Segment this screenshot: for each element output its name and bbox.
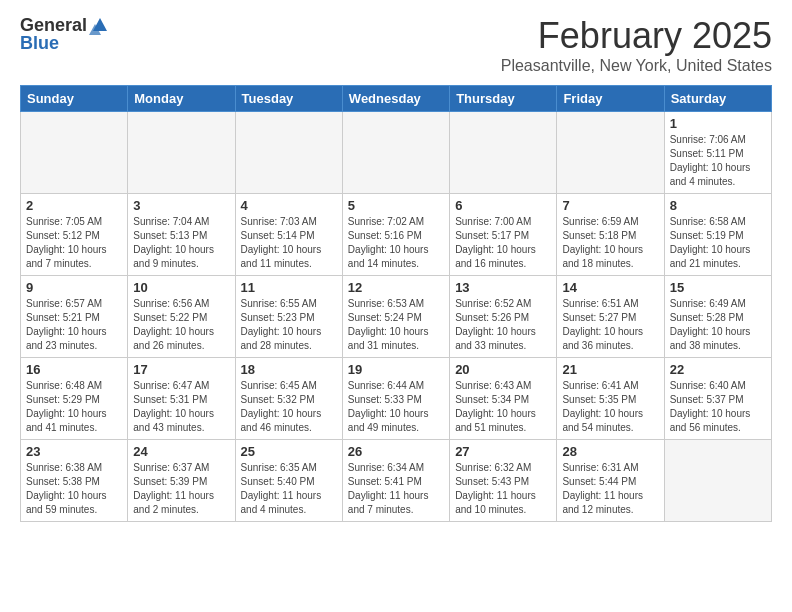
day-cell: 10Sunrise: 6:56 AM Sunset: 5:22 PM Dayli… [128, 276, 235, 358]
day-cell: 1Sunrise: 7:06 AM Sunset: 5:11 PM Daylig… [664, 112, 771, 194]
day-detail: Sunrise: 6:48 AM Sunset: 5:29 PM Dayligh… [26, 379, 122, 435]
day-number: 17 [133, 362, 229, 377]
day-number: 27 [455, 444, 551, 459]
day-cell [342, 112, 449, 194]
week-row-5: 23Sunrise: 6:38 AM Sunset: 5:38 PM Dayli… [21, 440, 772, 522]
day-cell: 13Sunrise: 6:52 AM Sunset: 5:26 PM Dayli… [450, 276, 557, 358]
month-title: February 2025 [501, 15, 772, 57]
day-cell: 15Sunrise: 6:49 AM Sunset: 5:28 PM Dayli… [664, 276, 771, 358]
day-cell: 19Sunrise: 6:44 AM Sunset: 5:33 PM Dayli… [342, 358, 449, 440]
day-detail: Sunrise: 6:58 AM Sunset: 5:19 PM Dayligh… [670, 215, 766, 271]
day-cell: 22Sunrise: 6:40 AM Sunset: 5:37 PM Dayli… [664, 358, 771, 440]
day-number: 11 [241, 280, 337, 295]
day-number: 14 [562, 280, 658, 295]
day-cell: 6Sunrise: 7:00 AM Sunset: 5:17 PM Daylig… [450, 194, 557, 276]
day-detail: Sunrise: 7:00 AM Sunset: 5:17 PM Dayligh… [455, 215, 551, 271]
day-detail: Sunrise: 7:05 AM Sunset: 5:12 PM Dayligh… [26, 215, 122, 271]
day-cell [21, 112, 128, 194]
day-detail: Sunrise: 7:06 AM Sunset: 5:11 PM Dayligh… [670, 133, 766, 189]
day-detail: Sunrise: 6:49 AM Sunset: 5:28 PM Dayligh… [670, 297, 766, 353]
day-detail: Sunrise: 6:59 AM Sunset: 5:18 PM Dayligh… [562, 215, 658, 271]
day-cell [235, 112, 342, 194]
logo-triangle-icon [89, 13, 111, 35]
day-cell: 11Sunrise: 6:55 AM Sunset: 5:23 PM Dayli… [235, 276, 342, 358]
day-number: 16 [26, 362, 122, 377]
calendar-header-tuesday: Tuesday [235, 86, 342, 112]
day-detail: Sunrise: 6:55 AM Sunset: 5:23 PM Dayligh… [241, 297, 337, 353]
day-number: 26 [348, 444, 444, 459]
day-detail: Sunrise: 6:53 AM Sunset: 5:24 PM Dayligh… [348, 297, 444, 353]
day-cell: 18Sunrise: 6:45 AM Sunset: 5:32 PM Dayli… [235, 358, 342, 440]
day-cell: 21Sunrise: 6:41 AM Sunset: 5:35 PM Dayli… [557, 358, 664, 440]
day-cell: 24Sunrise: 6:37 AM Sunset: 5:39 PM Dayli… [128, 440, 235, 522]
day-number: 20 [455, 362, 551, 377]
day-detail: Sunrise: 6:52 AM Sunset: 5:26 PM Dayligh… [455, 297, 551, 353]
day-cell [450, 112, 557, 194]
day-cell: 23Sunrise: 6:38 AM Sunset: 5:38 PM Dayli… [21, 440, 128, 522]
day-number: 23 [26, 444, 122, 459]
week-row-3: 9Sunrise: 6:57 AM Sunset: 5:21 PM Daylig… [21, 276, 772, 358]
calendar-header-wednesday: Wednesday [342, 86, 449, 112]
day-detail: Sunrise: 6:43 AM Sunset: 5:34 PM Dayligh… [455, 379, 551, 435]
week-row-1: 1Sunrise: 7:06 AM Sunset: 5:11 PM Daylig… [21, 112, 772, 194]
calendar-header-saturday: Saturday [664, 86, 771, 112]
page: General Blue February 2025 Pleasantville… [0, 0, 792, 612]
day-detail: Sunrise: 6:34 AM Sunset: 5:41 PM Dayligh… [348, 461, 444, 517]
day-number: 13 [455, 280, 551, 295]
calendar-header-monday: Monday [128, 86, 235, 112]
day-number: 9 [26, 280, 122, 295]
day-number: 4 [241, 198, 337, 213]
day-cell: 16Sunrise: 6:48 AM Sunset: 5:29 PM Dayli… [21, 358, 128, 440]
day-detail: Sunrise: 6:41 AM Sunset: 5:35 PM Dayligh… [562, 379, 658, 435]
day-cell [557, 112, 664, 194]
day-detail: Sunrise: 6:35 AM Sunset: 5:40 PM Dayligh… [241, 461, 337, 517]
day-cell: 2Sunrise: 7:05 AM Sunset: 5:12 PM Daylig… [21, 194, 128, 276]
day-number: 3 [133, 198, 229, 213]
day-cell: 26Sunrise: 6:34 AM Sunset: 5:41 PM Dayli… [342, 440, 449, 522]
day-detail: Sunrise: 6:31 AM Sunset: 5:44 PM Dayligh… [562, 461, 658, 517]
day-number: 18 [241, 362, 337, 377]
day-number: 1 [670, 116, 766, 131]
title-block: February 2025 Pleasantville, New York, U… [501, 15, 772, 75]
day-number: 5 [348, 198, 444, 213]
day-detail: Sunrise: 6:40 AM Sunset: 5:37 PM Dayligh… [670, 379, 766, 435]
calendar-header-friday: Friday [557, 86, 664, 112]
calendar: SundayMondayTuesdayWednesdayThursdayFrid… [20, 85, 772, 522]
day-cell: 20Sunrise: 6:43 AM Sunset: 5:34 PM Dayli… [450, 358, 557, 440]
day-cell: 8Sunrise: 6:58 AM Sunset: 5:19 PM Daylig… [664, 194, 771, 276]
week-row-2: 2Sunrise: 7:05 AM Sunset: 5:12 PM Daylig… [21, 194, 772, 276]
day-number: 10 [133, 280, 229, 295]
day-detail: Sunrise: 7:02 AM Sunset: 5:16 PM Dayligh… [348, 215, 444, 271]
day-detail: Sunrise: 6:51 AM Sunset: 5:27 PM Dayligh… [562, 297, 658, 353]
day-number: 28 [562, 444, 658, 459]
day-number: 22 [670, 362, 766, 377]
day-detail: Sunrise: 6:38 AM Sunset: 5:38 PM Dayligh… [26, 461, 122, 517]
day-cell: 9Sunrise: 6:57 AM Sunset: 5:21 PM Daylig… [21, 276, 128, 358]
calendar-header-thursday: Thursday [450, 86, 557, 112]
day-cell: 7Sunrise: 6:59 AM Sunset: 5:18 PM Daylig… [557, 194, 664, 276]
header: General Blue February 2025 Pleasantville… [20, 15, 772, 75]
day-number: 7 [562, 198, 658, 213]
day-detail: Sunrise: 7:04 AM Sunset: 5:13 PM Dayligh… [133, 215, 229, 271]
day-detail: Sunrise: 6:32 AM Sunset: 5:43 PM Dayligh… [455, 461, 551, 517]
day-cell: 4Sunrise: 7:03 AM Sunset: 5:14 PM Daylig… [235, 194, 342, 276]
day-number: 25 [241, 444, 337, 459]
day-cell [664, 440, 771, 522]
day-detail: Sunrise: 6:37 AM Sunset: 5:39 PM Dayligh… [133, 461, 229, 517]
day-detail: Sunrise: 6:47 AM Sunset: 5:31 PM Dayligh… [133, 379, 229, 435]
day-cell: 5Sunrise: 7:02 AM Sunset: 5:16 PM Daylig… [342, 194, 449, 276]
day-number: 21 [562, 362, 658, 377]
day-cell: 3Sunrise: 7:04 AM Sunset: 5:13 PM Daylig… [128, 194, 235, 276]
day-detail: Sunrise: 6:56 AM Sunset: 5:22 PM Dayligh… [133, 297, 229, 353]
day-cell: 14Sunrise: 6:51 AM Sunset: 5:27 PM Dayli… [557, 276, 664, 358]
day-cell: 27Sunrise: 6:32 AM Sunset: 5:43 PM Dayli… [450, 440, 557, 522]
day-detail: Sunrise: 7:03 AM Sunset: 5:14 PM Dayligh… [241, 215, 337, 271]
week-row-4: 16Sunrise: 6:48 AM Sunset: 5:29 PM Dayli… [21, 358, 772, 440]
day-number: 2 [26, 198, 122, 213]
logo: General Blue [20, 15, 111, 54]
location: Pleasantville, New York, United States [501, 57, 772, 75]
day-number: 24 [133, 444, 229, 459]
day-detail: Sunrise: 6:44 AM Sunset: 5:33 PM Dayligh… [348, 379, 444, 435]
day-number: 8 [670, 198, 766, 213]
day-number: 19 [348, 362, 444, 377]
